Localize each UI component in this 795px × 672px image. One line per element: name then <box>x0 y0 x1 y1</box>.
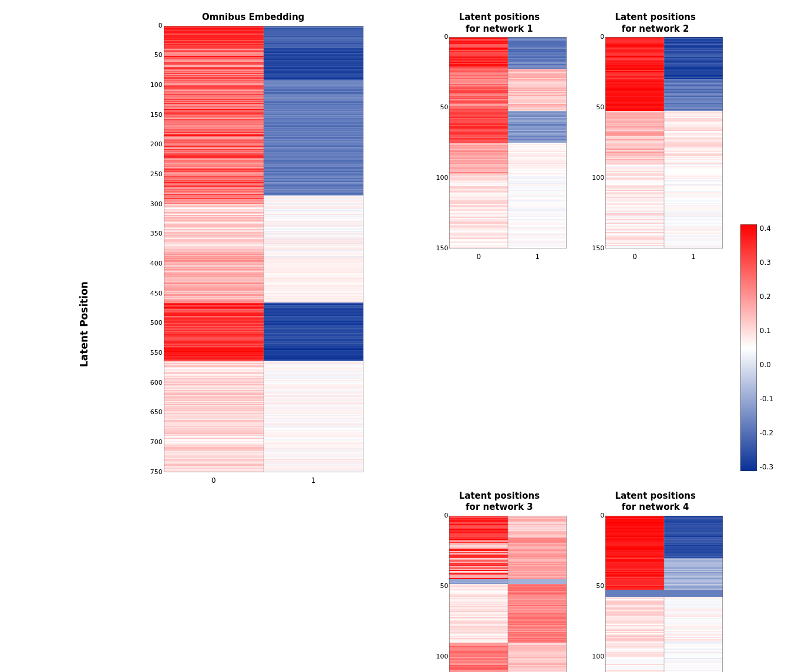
y-tick: 700 <box>150 438 163 446</box>
network4-heatmap: 0 1 <box>605 516 723 673</box>
network1-x-axis: 0 1 <box>449 253 567 261</box>
y-tick: 100 <box>436 653 448 660</box>
network2-canvas <box>605 37 723 248</box>
omnibus-canvas <box>164 26 363 472</box>
omnibus-x-tick-1: 1 <box>311 476 316 485</box>
network2-y-axis: 050100150 <box>588 37 605 248</box>
y-tick: 300 <box>150 200 163 208</box>
y-tick: 0 <box>444 33 448 41</box>
colorbar-labels: 0.4 0.3 0.2 0.1 0.0 -0.1 -0.2 -0.3 <box>757 224 773 471</box>
y-tick: 50 <box>440 582 448 590</box>
network3-heatmap: 0 1 <box>449 516 567 673</box>
y-tick: 600 <box>150 379 163 387</box>
omnibus-y-axis: 0501001502002503003504004505005506006507… <box>143 26 164 472</box>
network2-title: Latent positions for network 2 <box>615 12 695 35</box>
y-tick: 150 <box>436 244 448 252</box>
colorbar-tick-02: 0.2 <box>760 293 773 301</box>
network1-title: Latent positions for network 1 <box>459 12 540 35</box>
omnibus-spacer <box>88 490 419 673</box>
y-tick: 550 <box>150 349 163 357</box>
network4-canvas <box>605 516 723 673</box>
network1-y-axis: 050100150 <box>432 37 449 248</box>
omnibus-heatmap-wrapper: 0501001502002503003504004505005506006507… <box>143 26 363 485</box>
colorbar-tick-00: 0.0 <box>760 361 773 369</box>
y-tick: 50 <box>596 103 604 111</box>
network3-canvas <box>449 516 567 673</box>
colorbar-tick-01: 0.1 <box>760 327 773 335</box>
y-tick: 50 <box>596 582 604 590</box>
y-tick: 400 <box>150 260 163 267</box>
y-tick: 650 <box>150 408 163 416</box>
network2-heatmap-wrapper: 050100150 0 1 <box>588 37 723 261</box>
omnibus-panel: Omnibus Embedding 0501001502002503003504… <box>88 12 419 485</box>
y-tick: 450 <box>150 290 163 297</box>
y-tick: 200 <box>150 140 163 148</box>
y-tick: 50 <box>440 103 448 111</box>
network3-y-axis: 050100150 <box>432 516 449 673</box>
network4-heatmap-wrapper: 050100150 0 1 <box>588 516 723 673</box>
network4-panel: Latent positions for network 4 050100150… <box>580 490 730 673</box>
n2-x-tick-0: 0 <box>632 253 637 261</box>
y-tick: 100 <box>592 653 604 660</box>
colorbar-tick-n03: -0.3 <box>760 463 773 471</box>
network2-x-axis: 0 1 <box>605 253 723 261</box>
y-tick: 0 <box>159 22 163 29</box>
y-tick: 150 <box>592 244 604 252</box>
y-tick: 100 <box>436 174 448 182</box>
colorbar-tick-04: 0.4 <box>760 224 773 233</box>
y-tick: 350 <box>150 230 163 237</box>
network4-y-axis: 050100150 <box>588 516 605 673</box>
network1-canvas <box>449 37 567 248</box>
y-tick: 250 <box>150 170 163 178</box>
y-tick: 100 <box>592 174 604 182</box>
n1-x-tick-0: 0 <box>477 253 481 261</box>
colorbar-tick-03: 0.3 <box>760 258 773 267</box>
network1-panel: Latent positions for network 1 050100150… <box>425 12 575 485</box>
network2-heatmap: 0 1 <box>605 37 723 261</box>
network4-title: Latent positions for network 4 <box>615 490 695 513</box>
omnibus-x-axis: 0 1 <box>164 476 363 485</box>
y-tick: 0 <box>600 512 604 519</box>
bottom-row: Latent positions for network 3 050100150… <box>88 490 730 673</box>
colorbar-tick-n01: -0.1 <box>760 395 773 403</box>
omnibus-x-tick-0: 0 <box>211 476 216 485</box>
network1-heatmap-wrapper: 050100150 0 1 <box>432 37 567 261</box>
network1-heatmap: 0 1 <box>449 37 567 261</box>
n1-x-tick-1: 1 <box>535 253 540 261</box>
top-row: Omnibus Embedding 0501001502002503003504… <box>88 12 730 485</box>
network2-panel: Latent positions for network 2 050100150… <box>580 12 730 485</box>
n2-x-tick-1: 1 <box>691 253 696 261</box>
colorbar-canvas <box>740 224 757 471</box>
y-tick: 0 <box>600 33 604 41</box>
main-layout: Latent Position Omnibus Embedding 050100… <box>47 12 783 637</box>
colorbar-area: 0.4 0.3 0.2 0.1 0.0 -0.1 -0.2 -0.3 <box>730 12 783 637</box>
y-tick: 0 <box>444 512 448 519</box>
y-tick: 50 <box>154 51 163 59</box>
omnibus-heatmap: 0 1 <box>164 26 363 485</box>
colorbar-tick-n02: -0.2 <box>760 429 773 437</box>
y-tick: 150 <box>150 111 163 119</box>
network3-title: Latent positions for network 3 <box>459 490 540 513</box>
network3-heatmap-wrapper: 050100150 0 1 <box>432 516 567 673</box>
y-tick: 100 <box>150 81 163 89</box>
y-tick: 500 <box>150 319 163 327</box>
plots-area: Omnibus Embedding 0501001502002503003504… <box>88 12 730 637</box>
omnibus-title: Omnibus Embedding <box>202 12 305 23</box>
figure-container: Latent Position Omnibus Embedding 050100… <box>0 0 795 672</box>
network3-panel: Latent positions for network 3 050100150… <box>425 490 575 673</box>
y-tick: 750 <box>150 468 163 476</box>
